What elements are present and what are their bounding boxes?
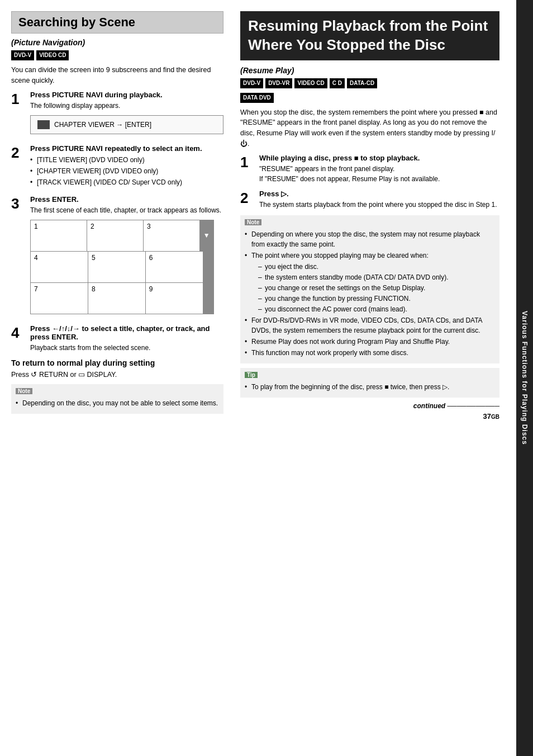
step-4-title: Press ←/↑/↓/→ to select a title, chapter…	[30, 324, 223, 341]
grid-scroll-arrow: ▼	[200, 220, 213, 251]
right-step-2: 2 Press ▷. The system starts playback fr…	[240, 190, 499, 210]
step-4-body: Playback starts from the selected scene.	[30, 343, 223, 353]
left-note-box: Note Depending on the disc, you may not …	[11, 384, 223, 414]
right-step-1-number: 1	[240, 155, 256, 169]
step-2-number: 2	[11, 145, 27, 160]
badge-r-videocd: VIDEO CD	[294, 78, 327, 88]
step-3: 3 Press ENTER. The first scene of each t…	[11, 195, 223, 319]
bullet-3: [TRACK VIEWER] (VIDEO CD/ Super VCD only…	[30, 177, 223, 187]
display-text: CHAPTER VIEWER → [ENTER]	[54, 121, 151, 129]
grid-cell-4: 4	[31, 252, 88, 282]
grid-row-1: 1 2 3 ▼	[31, 220, 213, 252]
right-note-label: Note	[245, 219, 261, 225]
right-tip-list: To play from the beginning of the disc, …	[245, 382, 495, 392]
dash-5: you disconnect the AC power cord (mains …	[258, 304, 495, 314]
left-column: Searching by Scene (Picture Navigation) …	[11, 11, 235, 745]
side-tab: Various Functions for Playing Discs	[516, 0, 533, 756]
step-3-body: The first scene of each title, chapter, …	[30, 205, 223, 215]
grid-scroll-arrow-3	[203, 283, 213, 314]
badge-r-datadvd: DATA DVD	[240, 93, 274, 103]
right-intro-text: When you stop the disc, the system remem…	[240, 107, 499, 149]
badge-videocd: VIDEO CD	[36, 50, 69, 60]
grid-scroll-arrow-2	[203, 252, 213, 282]
left-subtitle: (Picture Navigation)	[11, 38, 223, 47]
display-icon	[37, 120, 50, 129]
right-disc-badges: DVD-V DVD-VR VIDEO CD C D DATA-CD	[240, 78, 499, 88]
grid-row-2: 4 5 6	[31, 252, 213, 283]
right-tip-box: Tip To play from the beginning of the di…	[240, 368, 499, 398]
continued-text: continued ───────────	[240, 402, 499, 410]
step-2-bullets: [TITLE VIEWER] (DVD VIDEO only) [CHAPTER…	[30, 155, 223, 187]
badge-r-cd: C D	[330, 78, 345, 88]
step-3-number: 3	[11, 196, 27, 211]
left-note-label: Note	[16, 388, 32, 394]
right-column: Resuming Playback from the Point Where Y…	[235, 11, 505, 745]
right-tip-label: Tip	[245, 372, 258, 378]
main-content: Searching by Scene (Picture Navigation) …	[0, 0, 516, 756]
right-step-2-content: Press ▷. The system starts playback from…	[259, 190, 499, 210]
step-4: 4 Press ←/↑/↓/→ to select a title, chapt…	[11, 324, 223, 353]
subsection-body: Press ↺ RETURN or ▭ DISPLAY.	[11, 370, 223, 380]
step-2-content: Press PICTURE NAVI repeatedly to select …	[30, 144, 223, 190]
continued-label: continued	[413, 402, 445, 410]
right-step-2-body: The system starts playback from the poin…	[259, 200, 499, 210]
right-step-1-content: While playing a disc, press ■ to stop pl…	[259, 154, 499, 184]
right-step-2-number: 2	[240, 191, 256, 205]
step-1-number: 1	[11, 92, 27, 106]
step-2-title: Press PICTURE NAVI repeatedly to select …	[30, 144, 223, 153]
step-3-content: Press ENTER. The first scene of each tit…	[30, 195, 223, 319]
right-note-list: Depending on where you stop the disc, th…	[245, 229, 495, 358]
step-2: 2 Press PICTURE NAVI repeatedly to selec…	[11, 144, 223, 190]
page-num-value: 37	[483, 412, 491, 420]
scene-grid: 1 2 3 ▼ 4 5 6 7 8	[30, 220, 214, 314]
bullet-2: [CHAPTER VIEWER] (DVD VIDEO only)	[30, 166, 223, 176]
dash-1: you eject the disc.	[258, 262, 495, 272]
step-3-title: Press ENTER.	[30, 195, 223, 204]
page-number: 37GB	[240, 412, 499, 420]
grid-cell-7: 7	[31, 283, 88, 314]
tip-1: To play from the beginning of the disc, …	[245, 382, 495, 392]
page-container: Searching by Scene (Picture Navigation) …	[0, 0, 533, 756]
right-subtitle: (Resume Play)	[240, 66, 499, 75]
grid-cell-1: 1	[31, 220, 87, 251]
right-step-1-body2: If "RESUME" does not appear, Resume Play…	[259, 174, 499, 184]
subsection-title: To return to normal play during setting	[11, 358, 223, 367]
badge-r-dvdvr: DVD-VR	[265, 78, 292, 88]
page-suffix: GB	[491, 414, 499, 420]
step-1-content: Press PICTURE NAVI during playback. The …	[30, 91, 223, 139]
right-step-1-title: While playing a disc, press ■ to stop pl…	[259, 154, 499, 162]
step-1: 1 Press PICTURE NAVI during playback. Th…	[11, 91, 223, 139]
right-dash-list: you eject the disc. the system enters st…	[251, 262, 495, 314]
left-intro-text: You can divide the screen into 9 subscre…	[11, 65, 223, 86]
grid-row-3: 7 8 9	[31, 283, 213, 314]
right-section-title: Resuming Playback from the Point Where Y…	[240, 11, 499, 60]
right-note-box: Note Depending on where you stop the dis…	[240, 215, 499, 363]
step-4-number: 4	[11, 325, 27, 340]
badge-r-dvdv: DVD-V	[240, 78, 263, 88]
left-disc-badges: DVD-V VIDEO CD	[11, 50, 223, 60]
grid-cell-3: 3	[144, 220, 200, 251]
step-1-title: Press PICTURE NAVI during playback.	[30, 91, 223, 99]
left-section-title: Searching by Scene	[11, 11, 223, 34]
dash-4: you change the function by pressing FUNC…	[258, 294, 495, 304]
right-note-1: Depending on where you stop the disc, th…	[245, 229, 495, 249]
grid-cell-6: 6	[146, 252, 203, 282]
dash-3: you change or reset the settings on the …	[258, 283, 495, 293]
step-1-body: The following display appears.	[30, 101, 223, 111]
grid-cell-8: 8	[88, 283, 146, 314]
step-4-content: Press ←/↑/↓/→ to select a title, chapter…	[30, 324, 223, 353]
grid-cell-9: 9	[146, 283, 203, 314]
left-note-item-1: Depending on the disc, you may not be ab…	[16, 398, 219, 408]
badge-r-datacd: DATA-CD	[347, 78, 377, 88]
right-note-3: For DVD-Rs/DVD-RWs in VR mode, VIDEO CDs…	[245, 315, 495, 336]
right-step-1-body1: "RESUME" appears in the front panel disp…	[259, 164, 499, 174]
grid-cell-2: 2	[87, 220, 144, 251]
right-note-5: This function may not work properly with…	[245, 348, 495, 358]
grid-cell-5: 5	[88, 252, 146, 282]
right-note-4: Resume Play does not work during Program…	[245, 337, 495, 347]
right-step-2-title: Press ▷.	[259, 190, 499, 198]
display-box: CHAPTER VIEWER → [ENTER]	[30, 115, 223, 134]
bullet-1: [TITLE VIEWER] (DVD VIDEO only)	[30, 155, 223, 165]
left-note-list: Depending on the disc, you may not be ab…	[16, 398, 219, 408]
badge-dvdv: DVD-V	[11, 50, 34, 60]
